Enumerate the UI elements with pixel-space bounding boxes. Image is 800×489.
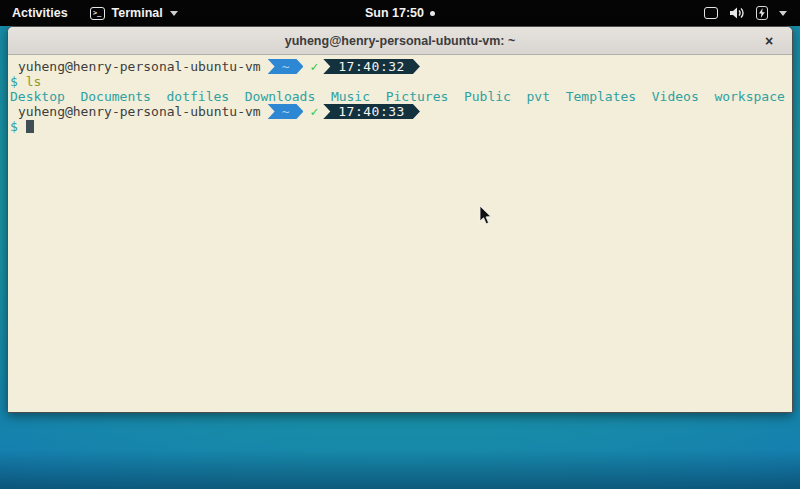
- prompt-user-host: yuheng@henry-personal-ubuntu-vm: [18, 104, 261, 119]
- top-bar: Activities >_ Terminal Sun 17:50: [0, 0, 800, 26]
- input-line: $: [10, 119, 790, 134]
- file-entry: Music: [331, 89, 370, 104]
- window-title: yuheng@henry-personal-ubuntu-vm: ~: [285, 34, 516, 48]
- file-entry: Documents: [80, 89, 150, 104]
- notification-dot: [430, 11, 435, 16]
- prompt-line: yuheng@henry-personal-ubuntu-vm ~ ✓ 17:4…: [10, 104, 790, 119]
- prompt-symbol: $: [10, 74, 18, 89]
- window-titlebar[interactable]: yuheng@henry-personal-ubuntu-vm: ~ ×: [8, 27, 792, 55]
- prompt-user-host: yuheng@henry-personal-ubuntu-vm: [18, 59, 261, 74]
- terminal-cursor: [26, 120, 34, 133]
- app-menu-label: Terminal: [112, 6, 163, 20]
- clock-button[interactable]: Sun 17:50: [365, 6, 424, 20]
- battery-charging-icon: [756, 6, 768, 20]
- mouse-cursor: [479, 206, 493, 226]
- close-icon[interactable]: ×: [758, 27, 780, 54]
- file-entry: workspace: [714, 89, 784, 104]
- file-entry: pvt: [527, 89, 550, 104]
- file-entry: Desktop: [10, 89, 65, 104]
- file-entry: Downloads: [245, 89, 315, 104]
- prompt-symbol: $: [10, 119, 18, 134]
- terminal-screen[interactable]: yuheng@henry-personal-ubuntu-vm ~ ✓ 17:4…: [8, 55, 792, 412]
- terminal-icon: >_: [90, 7, 105, 20]
- prompt-path-segment: ~: [268, 59, 304, 74]
- file-entry: Pictures: [386, 89, 449, 104]
- prompt-timestamp: 17:40:33: [323, 104, 420, 119]
- file-entry: Public: [464, 89, 511, 104]
- prompt-line: yuheng@henry-personal-ubuntu-vm ~ ✓ 17:4…: [10, 59, 790, 74]
- prompt-timestamp: 17:40:32: [323, 59, 420, 74]
- system-status-menu[interactable]: [691, 0, 800, 26]
- volume-icon: [729, 6, 745, 20]
- terminal-window: yuheng@henry-personal-ubuntu-vm: ~ × yuh…: [7, 26, 793, 413]
- display-icon: [704, 7, 718, 19]
- typed-command: ls: [26, 74, 42, 89]
- app-menu-terminal[interactable]: >_ Terminal: [80, 0, 188, 26]
- chevron-down-icon: [779, 11, 787, 16]
- check-icon: ✓: [310, 59, 318, 74]
- activities-label: Activities: [12, 6, 68, 20]
- file-entry: Templates: [566, 89, 636, 104]
- file-entry: Videos: [652, 89, 699, 104]
- check-icon: ✓: [310, 104, 318, 119]
- command-line: $ ls: [10, 74, 790, 89]
- file-entry: dotfiles: [167, 89, 230, 104]
- prompt-path-segment: ~: [268, 104, 304, 119]
- activities-button[interactable]: Activities: [0, 0, 80, 26]
- chevron-down-icon: [170, 11, 178, 16]
- ls-output: DesktopDocumentsdotfilesDownloadsMusicPi…: [10, 89, 790, 104]
